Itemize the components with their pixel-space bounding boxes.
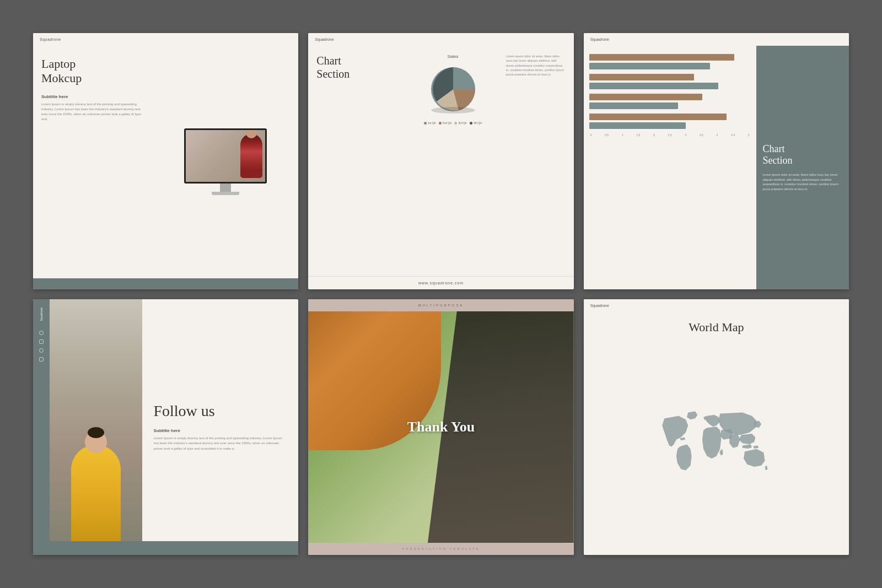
- slide-1-body: Lorem Ipsum is simply dummy text of the …: [41, 102, 144, 122]
- slide-thank-you[interactable]: MULTIPURPOSE Thank You PRESENTATION TEMP…: [308, 299, 573, 555]
- bar-1-gray: [589, 63, 711, 69]
- sidebar-social-icon-2: [39, 339, 44, 344]
- slide-1-bottom-strip: [33, 278, 298, 289]
- slide-5-image-area: Thank You: [308, 311, 573, 543]
- legend-item-4: 4th Qtr: [474, 121, 482, 125]
- pie-chart-svg: [426, 62, 481, 117]
- slide-1-brand: Squadrone: [33, 33, 298, 46]
- slide-4-title: Follow us: [153, 402, 287, 420]
- monitor-base: [212, 192, 239, 195]
- slide-4-text-area: Follow us Subtitle here Lorem Ipsum is s…: [142, 299, 298, 555]
- slide-4-body: Lorem Ipsum is simply dummy text of the …: [153, 436, 287, 452]
- slide-3-body: Lorem ipsum dolor sit amet, libero tellu…: [763, 172, 842, 192]
- sidebar-social-icon-4: [39, 357, 44, 362]
- slide-1-subtitle: Subtitle here: [41, 94, 144, 99]
- slide-3-section-label: ChartSection: [763, 143, 842, 167]
- slide-2-url: www.squadrone.com: [308, 276, 573, 289]
- bar-chart-axis: 00.511.522.533.544.55: [589, 133, 751, 137]
- pie-chart-legend: 1st Qtr 2nd Qtr 3rd Qtr 4th Qtr: [424, 121, 482, 125]
- bar-3-brown: [589, 94, 702, 100]
- bar-chart-area: 00.511.522.533.544.55: [584, 46, 756, 289]
- monitor-mockup: [184, 128, 267, 195]
- slide-4-bottom-strip: [50, 541, 298, 555]
- slide-5-bottom-label: PRESENTATION TEMPLATE: [308, 543, 573, 555]
- monitor-stand: [220, 184, 231, 192]
- slide-laptop-mockup[interactable]: Squadrone LaptopMokcup Subtitle here Lor…: [33, 33, 298, 289]
- slide-4-subtitle: Subtitle here: [153, 428, 287, 433]
- slide-pie-chart[interactable]: Squadrone ChartSection Sales: [308, 33, 573, 289]
- slide-6-title: World Map: [584, 312, 849, 340]
- monitor-screen-content: [186, 130, 265, 182]
- sidebar-social-icon-3: [39, 348, 44, 353]
- slide-bar-chart[interactable]: Squadrone: [584, 33, 849, 289]
- legend-item-3: 3rd Qtr: [458, 121, 467, 125]
- slide-4-sidebar: Squadrone: [33, 299, 50, 555]
- slide-4-photo: [50, 299, 142, 555]
- monitor-screen: [184, 128, 267, 184]
- slides-grid: Squadrone LaptopMokcup Subtitle here Lor…: [0, 0, 882, 588]
- slide-2-body: Lorem ipsum dolor sit amet, libero tellu…: [506, 54, 566, 77]
- slide-2-brand: Squadrone: [308, 33, 573, 46]
- thank-you-background: Thank You: [308, 311, 573, 543]
- person-photo-content: [50, 299, 142, 555]
- svg-point-1: [431, 107, 475, 114]
- slide-world-map[interactable]: Squadrone World Map: [584, 299, 849, 555]
- bar-2-brown: [589, 74, 694, 80]
- bar-2-gray: [589, 83, 718, 89]
- legend-item-2: 2nd Qtr: [443, 121, 452, 125]
- slide-follow-us[interactable]: Squadrone Follow us Subtitle here Lorem …: [33, 299, 298, 555]
- bar-3-gray: [589, 103, 678, 109]
- slide-1-image-area: [153, 46, 299, 278]
- sidebar-social-icon-1: [39, 331, 44, 335]
- slide-4-brand: Squadrone: [40, 308, 43, 321]
- legend-item-1: 1st Qtr: [428, 121, 436, 125]
- world-map-svg: [595, 409, 838, 475]
- bar-chart-label-panel: ChartSection Lorem ipsum dolor sit amet,…: [756, 46, 849, 289]
- bar-4-gray: [589, 122, 686, 129]
- slide-2-section-label: ChartSection: [316, 54, 400, 80]
- bar-4-brown: [589, 114, 727, 120]
- slide-3-brand: Squadrone: [584, 33, 849, 46]
- slide-5-top-label: MULTIPURPOSE: [308, 299, 573, 311]
- slide-2-chart-title: Sales: [448, 54, 459, 59]
- thank-you-main-text: Thank You: [407, 419, 475, 435]
- world-map-area: [584, 340, 849, 555]
- bar-1-brown: [589, 54, 735, 61]
- slide-6-brand: Squadrone: [584, 299, 849, 312]
- slide-1-title: LaptopMokcup: [41, 57, 144, 86]
